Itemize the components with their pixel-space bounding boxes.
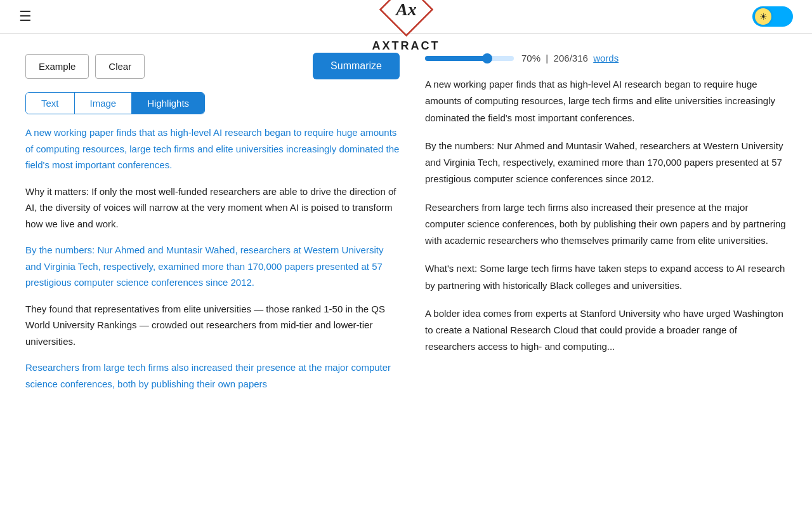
left-para-3: By the numbers: Nur Ahmed and Muntasir W… [25, 242, 400, 291]
clear-button[interactable]: Clear [95, 54, 145, 79]
left-para-2: Why it matters: If only the most well-fu… [25, 184, 400, 232]
tab-bar: Text Image Highlights [25, 92, 205, 114]
tab-highlights[interactable]: Highlights [132, 93, 204, 114]
hamburger-icon[interactable]: ☰ [19, 8, 32, 25]
summarize-button[interactable]: Summarize [313, 53, 400, 79]
right-para-1: A new working paper finds that as high-l… [425, 76, 787, 126]
example-button[interactable]: Example [25, 54, 89, 79]
right-para-5: A bolder idea comes from experts at Stan… [425, 305, 787, 356]
logo-diamond-icon: Ax [377, 0, 435, 38]
theme-toggle-knob: ☀ [755, 8, 771, 25]
left-content-area: A new working paper finds that as high-l… [25, 124, 400, 392]
left-panel: Example Clear Summarize Text Image Highl… [25, 53, 400, 402]
logo-title: AXTRACT [372, 39, 440, 53]
progress-thumb [482, 53, 492, 64]
left-para-1: A new working paper finds that as high-l… [25, 124, 400, 173]
progress-word-count: 206/316 [554, 53, 588, 64]
header: ☰ Ax AXTRACT ☀ [0, 0, 812, 34]
right-panel: 70% | 206/316 words A new working paper … [425, 53, 787, 402]
words-link[interactable]: words [593, 53, 619, 64]
toolbar: Example Clear Summarize [25, 53, 400, 79]
tab-text[interactable]: Text [26, 93, 75, 114]
main-container: Example Clear Summarize Text Image Highl… [0, 34, 812, 421]
sun-icon: ☀ [759, 11, 768, 22]
right-para-4: What's next: Some large tech firms have … [425, 260, 787, 294]
summary-content: A new working paper finds that as high-l… [425, 76, 787, 356]
left-para-5: Researchers from large tech firms also i… [25, 359, 400, 392]
progress-track[interactable] [425, 56, 514, 61]
progress-bar-container: 70% | 206/316 words [425, 53, 787, 64]
right-para-3: Researchers from large tech firms also i… [425, 199, 787, 250]
progress-label: 70% | 206/316 words [521, 53, 619, 64]
svg-text:Ax: Ax [395, 0, 417, 19]
progress-fill [425, 56, 487, 61]
progress-percent: 70% [521, 53, 540, 64]
left-para-4: They found that representatives from eli… [25, 301, 400, 350]
theme-toggle[interactable]: ☀ [752, 6, 793, 27]
logo: Ax AXTRACT [372, 0, 440, 53]
tab-image[interactable]: Image [75, 93, 133, 114]
right-para-2: By the numbers: Nur Ahmed and Muntasir W… [425, 138, 787, 188]
